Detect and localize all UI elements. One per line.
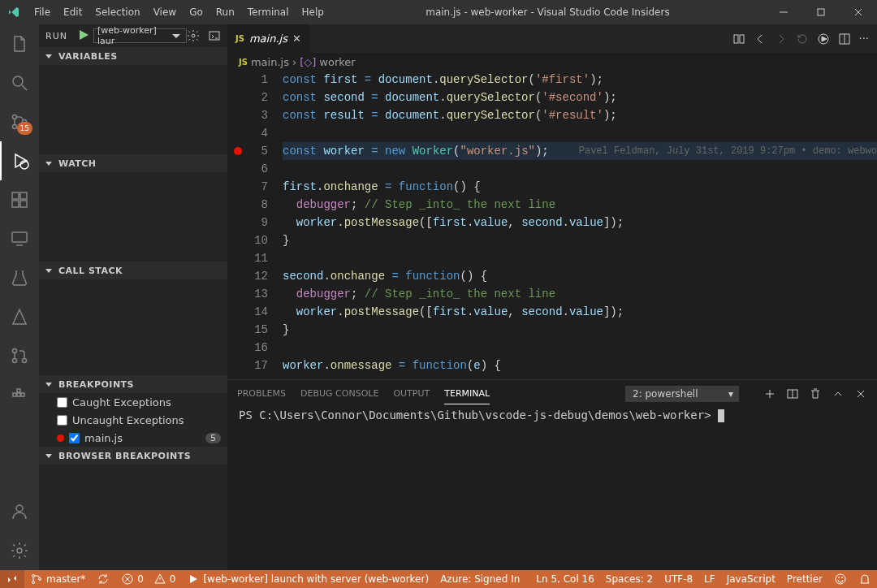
menu-go[interactable]: Go (183, 0, 210, 24)
svg-point-19 (23, 359, 27, 363)
eol[interactable]: LF (698, 570, 721, 588)
title-bar: FileEditSelectionViewGoRunTerminalHelp m… (0, 0, 877, 24)
explorer-icon[interactable] (0, 24, 39, 63)
svg-marker-38 (822, 37, 827, 41)
vscode-logo (0, 6, 28, 19)
launch-config-select[interactable]: [web-worker] laur (93, 28, 187, 43)
menu-edit[interactable]: Edit (57, 0, 89, 24)
prev-change-icon[interactable] (754, 32, 767, 45)
settings-gear-icon[interactable] (0, 531, 39, 570)
minimize-button[interactable] (765, 0, 802, 24)
git-sync[interactable] (91, 570, 115, 588)
revert-icon[interactable] (796, 32, 809, 45)
menu-help[interactable]: Help (296, 0, 330, 24)
bp-uncaught-exceptions[interactable]: Uncaught Exceptions (39, 411, 227, 429)
cursor-position[interactable]: Ln 5, Col 16 (530, 570, 600, 588)
feedback-icon[interactable] (828, 570, 853, 588)
panel-tab-problems[interactable]: PROBLEMS (237, 383, 286, 404)
svg-rect-13 (12, 201, 19, 207)
github-pr-icon[interactable] (0, 336, 39, 375)
remote-indicator[interactable] (0, 570, 24, 588)
svg-point-47 (32, 575, 35, 577)
svg-point-17 (13, 349, 17, 353)
svg-rect-35 (734, 35, 738, 43)
extensions-icon[interactable] (0, 180, 39, 219)
close-button[interactable] (840, 0, 877, 24)
menu-selection[interactable]: Selection (89, 0, 146, 24)
problems-count[interactable]: 0 0 (115, 570, 181, 588)
maximize-panel-icon[interactable] (832, 387, 845, 400)
indentation[interactable]: Spaces: 2 (600, 570, 659, 588)
svg-marker-30 (45, 54, 52, 58)
encoding[interactable]: UTF-8 (659, 570, 698, 588)
callstack-section[interactable]: CALL STACK (39, 262, 227, 279)
activity-bar: 15 (0, 24, 39, 570)
svg-marker-54 (190, 575, 197, 583)
start-debug-button[interactable] (77, 28, 90, 44)
svg-point-48 (32, 582, 35, 584)
tab-main-js[interactable]: JS main.js ✕ (227, 24, 310, 53)
svg-rect-36 (740, 35, 744, 43)
menu-run[interactable]: Run (210, 0, 241, 24)
testing-icon[interactable] (0, 258, 39, 297)
close-tab-icon[interactable]: ✕ (292, 32, 301, 45)
next-change-icon[interactable] (775, 32, 788, 45)
terminal[interactable]: PS C:\Users\Connor\Documents\Github\vsco… (227, 407, 877, 570)
code-editor[interactable]: 1234567891011121314151617 const first = … (227, 71, 877, 379)
svg-rect-29 (210, 32, 219, 40)
azure-status[interactable]: Azure: Signed In (434, 570, 525, 588)
accounts-icon[interactable] (0, 492, 39, 531)
remote-explorer-icon[interactable] (0, 219, 39, 258)
run-debug-icon[interactable] (0, 141, 39, 180)
prettier-status[interactable]: Prettier (781, 570, 828, 588)
azure-icon[interactable] (0, 297, 39, 336)
new-terminal-icon[interactable] (763, 387, 776, 400)
debug-sidebar: RUN [web-worker] laur VARIABLES WATCH CA… (39, 24, 227, 570)
split-editor-icon[interactable] (838, 32, 851, 45)
toggle-review-icon[interactable] (732, 32, 745, 45)
panel-tab-output[interactable]: OUTPUT (393, 383, 430, 404)
panel-tab-debug-console[interactable]: DEBUG CONSOLE (300, 383, 378, 404)
close-panel-icon[interactable] (854, 387, 867, 400)
svg-point-56 (839, 577, 840, 578)
js-file-icon: JS (235, 34, 244, 43)
more-actions-icon[interactable]: ··· (859, 32, 869, 45)
browser-breakpoints-section[interactable]: BROWSER BREAKPOINTS (39, 447, 227, 465)
kill-terminal-icon[interactable] (809, 387, 822, 400)
breakpoint-dot-icon (57, 435, 64, 442)
menu-file[interactable]: File (28, 0, 57, 24)
run-icon[interactable] (817, 32, 830, 45)
svg-rect-23 (17, 389, 20, 392)
menu-terminal[interactable]: Terminal (241, 0, 296, 24)
svg-rect-15 (12, 232, 27, 242)
source-control-icon[interactable]: 15 (0, 102, 39, 141)
split-terminal-icon[interactable] (786, 387, 799, 400)
watch-section[interactable]: WATCH (39, 154, 227, 172)
bp-caught-exceptions[interactable]: Caught Exceptions (39, 393, 227, 411)
terminal-selector[interactable]: 2: powershell (625, 386, 739, 402)
svg-marker-32 (45, 269, 52, 273)
git-branch[interactable]: master* (24, 570, 91, 588)
svg-line-5 (22, 85, 27, 90)
breakpoints-section[interactable]: BREAKPOINTS (39, 375, 227, 393)
language-mode[interactable]: JavaScript (721, 570, 781, 588)
search-icon[interactable] (0, 63, 39, 102)
svg-point-7 (13, 125, 17, 129)
svg-point-28 (192, 34, 195, 37)
bp-file-item[interactable]: main.js5 (39, 429, 227, 447)
gear-icon[interactable] (187, 29, 200, 42)
docker-icon[interactable] (0, 375, 39, 414)
breadcrumb[interactable]: JS main.js › [◇] worker (227, 53, 877, 71)
svg-point-18 (13, 359, 17, 363)
panel-tab-terminal[interactable]: TERMINAL (444, 383, 490, 404)
terminal-cursor (718, 409, 724, 422)
js-file-icon: JS (239, 58, 248, 67)
debug-target[interactable]: [web-worker] launch with server (web-wor… (181, 570, 434, 588)
notifications-icon[interactable] (853, 570, 877, 588)
variables-section[interactable]: VARIABLES (39, 47, 227, 65)
code-lens: Pavel Feldman, July 31st, 2019 9:27pm • … (579, 142, 877, 160)
menu-view[interactable]: View (147, 0, 183, 24)
debug-console-icon[interactable] (208, 29, 221, 42)
breakpoint-icon[interactable] (234, 147, 242, 155)
maximize-button[interactable] (802, 0, 840, 24)
